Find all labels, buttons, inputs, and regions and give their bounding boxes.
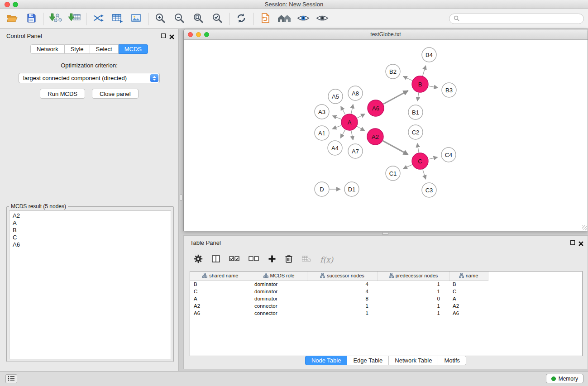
graph-edge-C-C1[interactable] — [403, 165, 412, 169]
cell-predecessor-nodes[interactable]: 1 — [378, 281, 449, 288]
cell-predecessor-nodes[interactable]: 0 — [378, 295, 449, 302]
zoom-out-button[interactable] — [170, 11, 189, 27]
vertical-splitter-handle[interactable] — [180, 195, 182, 200]
tab-network[interactable]: Network — [30, 44, 65, 54]
birds-eye-button[interactable] — [313, 11, 332, 27]
cell-name[interactable]: A — [449, 295, 488, 302]
open-file-button[interactable] — [3, 11, 22, 27]
column-header-MCDS-role[interactable]: MCDS role — [251, 272, 307, 281]
horizontal-splitter-handle[interactable] — [382, 232, 388, 235]
column-header-shared-name[interactable]: shared name — [190, 272, 251, 281]
tab-select[interactable]: Select — [90, 44, 119, 54]
tab-edge-table[interactable]: Edge Table — [347, 356, 389, 365]
graph-edge-A-A5[interactable] — [341, 106, 345, 114]
mcds-result-list[interactable]: A2ABCA6 — [9, 210, 171, 359]
memory-button[interactable]: Memory — [546, 374, 583, 383]
cell-name[interactable]: C — [449, 288, 488, 295]
save-session-button[interactable] — [22, 11, 41, 27]
zoom-selected-button[interactable] — [208, 11, 227, 27]
cell-successor-nodes[interactable]: 1 — [307, 302, 378, 310]
column-header-name[interactable]: name — [449, 272, 488, 281]
table-row[interactable]: Bdominator41B — [190, 281, 582, 288]
mcds-result-item[interactable]: A2 — [13, 212, 167, 219]
graph-edge-A2-C[interactable] — [383, 141, 408, 155]
cell-predecessor-nodes[interactable]: 1 — [378, 288, 449, 295]
column-header-predecessor-nodes[interactable]: predecessor nodes — [378, 272, 449, 281]
graph-edge-C-C2[interactable] — [417, 143, 419, 153]
float-panel-button[interactable] — [161, 33, 166, 38]
run-mcds-button[interactable]: Run MCDS — [40, 89, 85, 99]
graph-edge-A6-B[interactable] — [383, 91, 408, 104]
task-history-button[interactable] — [5, 374, 17, 383]
window-resize-grip[interactable] — [582, 225, 587, 230]
import-table-file-button[interactable] — [65, 11, 84, 27]
cell-MCDS-role[interactable]: dominator — [251, 281, 307, 288]
table-row[interactable]: Cdominator41C — [190, 288, 582, 295]
graph-edge-B-B4[interactable] — [423, 66, 426, 76]
cell-shared-name[interactable]: A2 — [190, 302, 251, 310]
refresh-button[interactable] — [232, 11, 251, 27]
graph-edge-A-A4[interactable] — [340, 130, 345, 138]
export-image-button[interactable] — [127, 11, 146, 27]
select-all-button[interactable] — [229, 255, 240, 264]
function-builder-button[interactable]: f(x) — [320, 255, 333, 264]
cell-MCDS-role[interactable]: dominator — [251, 295, 307, 302]
cell-name[interactable]: A6 — [449, 310, 488, 317]
close-table-panel-icon[interactable] — [578, 240, 584, 245]
graph-edge-B-B3[interactable] — [429, 86, 438, 88]
graph-edge-A-A8[interactable] — [351, 105, 353, 114]
export-table-button[interactable] — [108, 11, 127, 27]
import-network-file-button[interactable] — [46, 11, 65, 27]
cell-predecessor-nodes[interactable]: 1 — [378, 310, 449, 317]
close-window-button[interactable] — [5, 2, 10, 7]
graph-edge-A-A1[interactable] — [332, 125, 341, 129]
table-row[interactable]: A2connector11A2 — [190, 302, 582, 310]
cell-successor-nodes[interactable]: 8 — [307, 295, 378, 302]
table-row[interactable]: A6connector11A6 — [190, 310, 582, 317]
cell-MCDS-role[interactable]: dominator — [251, 288, 307, 295]
cell-name[interactable]: A2 — [449, 302, 488, 310]
cell-shared-name[interactable]: A — [190, 295, 251, 302]
tab-mcds[interactable]: MCDS — [119, 44, 148, 54]
show-columns-button[interactable] — [211, 255, 220, 265]
zoom-network-button[interactable] — [204, 32, 209, 37]
float-table-panel-button[interactable] — [570, 240, 575, 245]
close-panel-button[interactable]: Close panel — [92, 89, 139, 99]
mcds-result-item[interactable]: B — [13, 227, 167, 234]
criterion-dropdown[interactable]: largest connected component (directed) — [19, 73, 160, 83]
network-window-titlebar[interactable]: testGlobe.txt — [184, 29, 588, 40]
zoom-window-button[interactable] — [13, 2, 18, 7]
network-arrows-button[interactable] — [89, 11, 108, 27]
cell-shared-name[interactable]: C — [190, 288, 251, 295]
graph-edge-C-C3[interactable] — [423, 169, 426, 179]
table-settings-button[interactable] — [194, 254, 203, 265]
cell-MCDS-role[interactable]: connector — [251, 310, 307, 317]
delete-table-button[interactable] — [301, 255, 311, 265]
tab-node-table[interactable]: Node Table — [305, 356, 348, 365]
zoom-fit-button[interactable] — [189, 11, 208, 27]
cell-MCDS-role[interactable]: connector — [251, 302, 307, 310]
tab-style[interactable]: Style — [65, 44, 90, 54]
cell-successor-nodes[interactable]: 4 — [307, 288, 378, 295]
cell-shared-name[interactable]: B — [190, 281, 251, 288]
mcds-result-item[interactable]: A — [13, 219, 167, 227]
graphics-details-button[interactable] — [294, 11, 313, 27]
graph-edge-A-A2[interactable] — [357, 126, 365, 131]
network-manager-button[interactable] — [275, 11, 294, 27]
graph-edge-A-A7[interactable] — [351, 131, 353, 140]
cell-predecessor-nodes[interactable]: 1 — [378, 302, 449, 310]
deselect-all-button[interactable] — [249, 255, 259, 264]
minimize-network-button[interactable] — [196, 32, 201, 37]
close-panel-icon[interactable] — [169, 33, 175, 38]
graph-edge-B-B1[interactable] — [417, 93, 419, 101]
tab-motifs[interactable]: Motifs — [438, 356, 466, 365]
graph-edge-A-A3[interactable] — [332, 116, 341, 119]
apply-style-button[interactable] — [256, 11, 275, 27]
cell-name[interactable]: B — [449, 281, 488, 288]
graph-edge-A-A6[interactable] — [357, 114, 365, 118]
table-row[interactable]: Adominator80A — [190, 295, 582, 302]
zoom-in-button[interactable] — [151, 11, 170, 27]
column-header-successor-nodes[interactable]: successor nodes — [307, 272, 378, 281]
cell-shared-name[interactable]: A6 — [190, 310, 251, 317]
close-network-button[interactable] — [188, 32, 193, 37]
